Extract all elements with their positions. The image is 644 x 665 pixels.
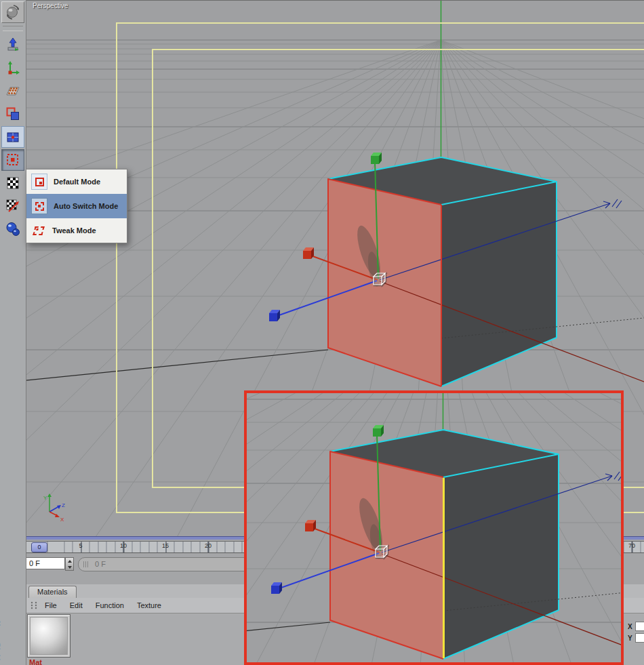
points-mode-icon [5, 83, 21, 99]
left-toolbar: W A 4D [0, 0, 26, 665]
triad-y-label: Y [43, 495, 47, 501]
texture-axis-mode-button[interactable] [1, 195, 24, 217]
model-mode-button[interactable] [1, 34, 24, 56]
ruler-tick-label: 15 [162, 542, 169, 549]
menu-item-label: Auto Switch Mode [54, 202, 118, 210]
context-menu-item[interactable]: Tweak Mode [26, 218, 127, 243]
range-grip-icon [83, 561, 84, 567]
inset-canvas [247, 393, 621, 662]
object-axis-mode-icon [5, 60, 21, 76]
mode-switch-icon [5, 152, 21, 168]
ruler-tick-label: 20 [205, 542, 212, 549]
menu-file[interactable]: File [45, 601, 57, 609]
menu-item-label: Default Mode [54, 178, 100, 186]
toolbar-separator [3, 26, 23, 31]
points-mode-button[interactable] [1, 80, 24, 102]
material-preview-sphere [30, 617, 68, 655]
arrow-up-icon [68, 560, 72, 563]
arrow-down-icon [68, 566, 72, 569]
edges-mode-icon [5, 106, 21, 122]
triad-z-label: Z [62, 502, 65, 508]
frame-stepper [65, 557, 74, 571]
mode-switch-button[interactable] [1, 149, 24, 171]
polygons-mode-button[interactable] [1, 126, 24, 148]
ruler-tick-label: 10 [120, 542, 127, 549]
object-axis-mode-button[interactable] [1, 57, 24, 79]
make-editable-button[interactable] [1, 1, 24, 23]
texture-axis-mode-icon [5, 198, 21, 214]
context-menu-item[interactable]: Auto Switch Mode [26, 194, 127, 218]
panel-drag-handle-icon[interactable] [30, 601, 38, 610]
ruler-tick-label: 5 [79, 542, 82, 549]
coordinate-x-field[interactable] [635, 622, 644, 631]
material-sphere-button[interactable] [1, 218, 24, 240]
coordinate-x-label: X [628, 623, 632, 630]
menu-item-label: Tweak Mode [52, 226, 96, 235]
model-mode-icon [5, 37, 21, 53]
menu-function[interactable]: Function [96, 601, 124, 609]
context-menu: Default Mode Auto Switch Mode Tweak Mode [26, 169, 127, 243]
material-name[interactable]: Mat [29, 658, 42, 665]
material-sphere-icon [5, 221, 21, 237]
polygons-mode-icon [5, 129, 21, 145]
side-watermark-text: A 4D [0, 641, 1, 660]
texture-mode-icon [5, 175, 21, 191]
current-frame-input[interactable] [26, 557, 65, 569]
triad-x-label: X [60, 517, 64, 523]
auto-switch-mode-icon [31, 198, 47, 214]
context-menu-item[interactable]: Default Mode [26, 169, 127, 194]
side-watermark-text: W [0, 620, 1, 627]
default-mode-icon [31, 174, 47, 190]
inset-screenshot [244, 390, 624, 665]
coordinate-y-label: Y [628, 634, 632, 642]
tweak-mode-icon [31, 223, 46, 238]
material-swatch[interactable] [27, 614, 71, 658]
frame-step-up-button[interactable] [66, 558, 73, 564]
ruler-tick-label: 70 [628, 542, 635, 549]
menu-texture[interactable]: Texture [137, 601, 161, 609]
frame-step-down-button[interactable] [66, 564, 73, 570]
current-frame-marker[interactable]: 0 [31, 542, 47, 552]
coordinate-y-field[interactable] [635, 633, 644, 643]
edges-mode-button[interactable] [1, 103, 24, 125]
range-start-label: 0 F [95, 560, 106, 568]
viewport-label[interactable]: Perspective [33, 2, 68, 9]
app-window: W A 4D Y Z X Perspective 0 5 [0, 0, 644, 665]
texture-mode-button[interactable] [1, 172, 24, 194]
menu-edit[interactable]: Edit [70, 601, 83, 609]
tab-materials[interactable]: Materials [28, 586, 77, 598]
make-editable-icon [5, 4, 21, 20]
